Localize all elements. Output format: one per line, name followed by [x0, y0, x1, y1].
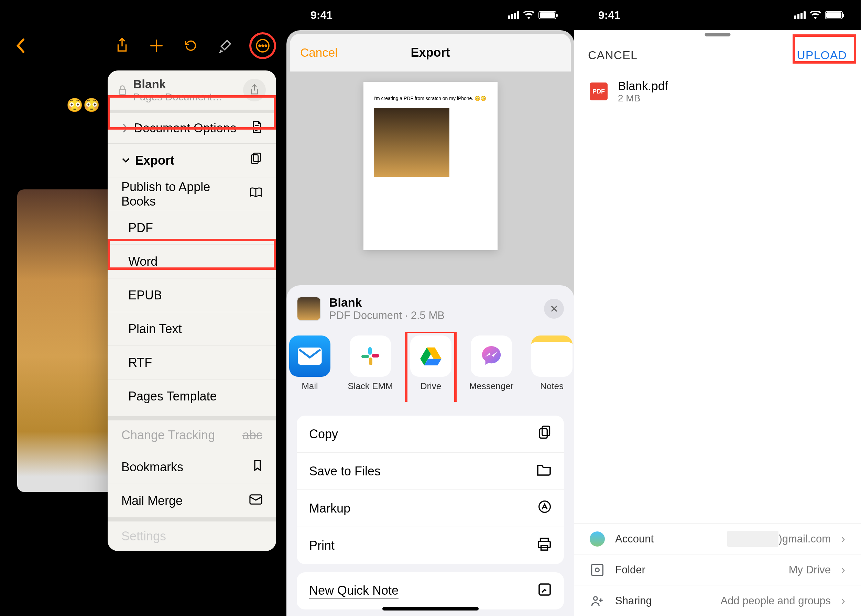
svg-rect-10	[361, 355, 369, 358]
menu-label: Bookmarks	[121, 460, 183, 475]
menu-epub[interactable]: EPUB	[108, 278, 276, 312]
menu-document-options[interactable]: Document Options	[108, 110, 276, 143]
app-drive[interactable]: Drive	[410, 335, 452, 391]
drive-upload-sheet: CANCEL UPLOAD PDF Blank.pdf 2 MB Account…	[574, 38, 861, 616]
menu-bookmarks[interactable]: Bookmarks	[108, 450, 276, 484]
close-icon[interactable]: ✕	[544, 299, 564, 319]
svg-point-15	[539, 501, 551, 512]
svg-point-1	[259, 45, 260, 46]
preview-page: I'm creating a PDF from scratch on my iP…	[364, 82, 497, 250]
svg-rect-14	[542, 426, 550, 435]
share-file-sub: PDF Document · 2.5 MB	[329, 310, 445, 322]
mail-app-icon	[289, 335, 331, 377]
svg-rect-20	[592, 564, 603, 575]
menu-label: Export	[135, 153, 174, 168]
brush-icon[interactable]	[215, 35, 236, 56]
app-slack[interactable]: Slack EMM	[350, 335, 391, 391]
menu-label: Pages Template	[128, 389, 217, 404]
home-indicator	[382, 607, 479, 611]
status-icons	[220, 11, 269, 19]
upload-button[interactable]: UPLOAD	[797, 49, 847, 62]
undo-icon[interactable]	[181, 35, 201, 56]
document-icon	[251, 120, 262, 137]
chevron-down-icon	[121, 156, 130, 165]
action-new-quick-note[interactable]: New Quick Note	[297, 572, 564, 610]
upload-file-size: 2 MB	[618, 93, 668, 104]
export-title: Export	[411, 46, 450, 60]
menu-label: Settings	[121, 529, 166, 544]
markup-icon	[538, 500, 551, 517]
export-preview: I'm creating a PDF from scratch on my iP…	[286, 71, 574, 261]
menu-rtf[interactable]: RTF	[108, 346, 276, 379]
preview-image	[374, 108, 449, 177]
status-time: 9:41	[310, 9, 332, 22]
menu-change-tracking: Change Tracking abc	[108, 416, 276, 450]
plus-icon[interactable]	[146, 35, 167, 56]
app-messenger[interactable]: Messenger	[471, 335, 512, 391]
messenger-app-icon	[471, 335, 512, 377]
app-notes[interactable]: Notes	[531, 335, 573, 391]
share-thumbnail	[297, 297, 321, 321]
setting-value: My Drive	[789, 564, 831, 576]
menu-label: Change Tracking	[121, 428, 215, 442]
menu-doc-title: Blank	[133, 77, 222, 91]
action-label: New Quick Note	[309, 583, 398, 599]
setting-account[interactable]: Account )gmail.com ›	[574, 523, 861, 554]
upload-settings: Account )gmail.com › Folder My Drive › S…	[574, 523, 861, 616]
notes-app-icon	[531, 335, 573, 377]
menu-pages-template[interactable]: Pages Template	[108, 379, 276, 413]
wifi-icon	[810, 11, 821, 19]
menu-publish[interactable]: Publish to Apple Books	[108, 177, 276, 211]
screen-share-sheet: 9:41 Cancel Export I'm creating a PDF fr…	[286, 0, 574, 616]
menu-word[interactable]: Word	[108, 244, 276, 278]
battery-icon	[538, 11, 556, 19]
app-mail[interactable]: Mail	[289, 335, 331, 391]
svg-rect-12	[372, 354, 379, 357]
status-time: 9:41	[598, 9, 620, 22]
menu-label: EPUB	[128, 288, 162, 303]
status-icons	[508, 11, 556, 19]
setting-label: Sharing	[615, 595, 652, 607]
note-icon	[538, 583, 551, 599]
envelope-icon	[249, 493, 262, 508]
menu-pdf[interactable]: PDF	[108, 211, 276, 244]
menu-settings[interactable]: Settings	[108, 517, 276, 551]
action-print[interactable]: Print	[297, 527, 564, 564]
menu-export[interactable]: Export	[108, 143, 276, 177]
cancel-button[interactable]: CANCEL	[588, 49, 637, 62]
action-copy[interactable]: Copy	[297, 416, 564, 453]
wifi-icon	[523, 11, 534, 19]
setting-value: )gmail.com	[727, 533, 831, 545]
menu-plain-text[interactable]: Plain Text	[108, 312, 276, 346]
menu-mail-merge[interactable]: Mail Merge	[108, 484, 276, 517]
sheet-handle	[705, 33, 730, 36]
share-icon[interactable]	[112, 35, 132, 56]
chevron-right-icon	[121, 123, 129, 134]
menu-label: Document Options	[134, 121, 236, 135]
action-markup[interactable]: Markup	[297, 490, 564, 527]
setting-sharing[interactable]: Sharing Add people and groups ›	[574, 585, 861, 616]
chevron-right-icon: ›	[841, 594, 845, 608]
export-header: Cancel Export	[290, 34, 571, 71]
setting-label: Account	[615, 533, 654, 545]
action-save-files[interactable]: Save to Files	[297, 453, 564, 490]
more-icon[interactable]	[252, 35, 273, 56]
signal-icon	[508, 11, 519, 19]
status-bar: 9:41	[0, 0, 286, 30]
svg-point-21	[595, 568, 599, 572]
menu-label: RTF	[128, 355, 152, 370]
export-icon	[249, 152, 262, 169]
menu-header: Blank Pages Document…	[108, 71, 276, 110]
action-label: Copy	[309, 427, 338, 442]
battery-icon	[251, 11, 269, 19]
upload-file-row[interactable]: PDF Blank.pdf 2 MB	[574, 72, 861, 111]
menu-share-button[interactable]	[243, 79, 266, 101]
svg-rect-7	[250, 495, 262, 504]
back-icon[interactable]	[10, 35, 31, 56]
wifi-icon	[236, 11, 247, 19]
preview-text: I'm creating a PDF from scratch on my iP…	[374, 96, 487, 101]
bookmark-icon	[253, 459, 262, 475]
cancel-button[interactable]: Cancel	[300, 46, 338, 60]
setting-folder[interactable]: Folder My Drive ›	[574, 554, 861, 585]
book-icon	[249, 187, 262, 201]
